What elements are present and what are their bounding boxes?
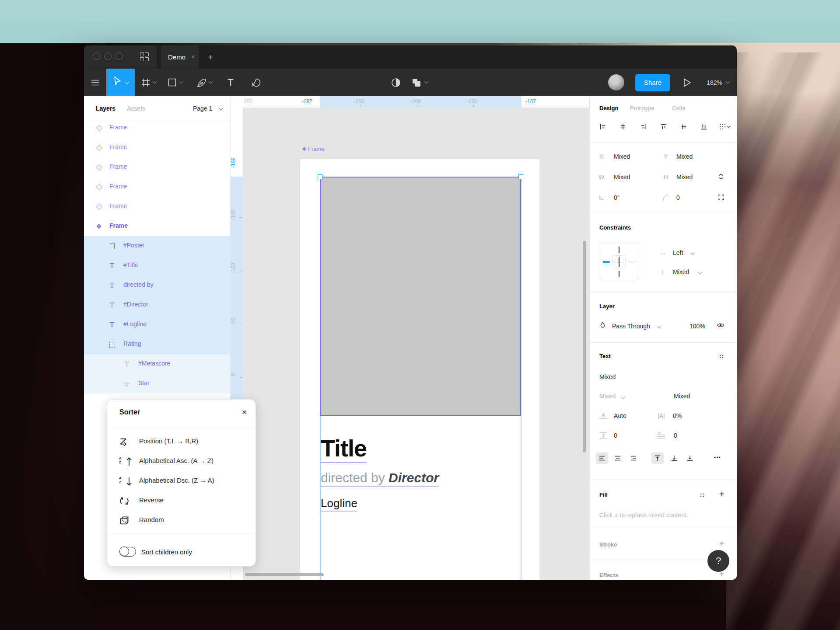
text-tool-button[interactable]: T (223, 69, 238, 96)
selection-handle-top-right[interactable] (518, 174, 523, 179)
font-style-chevron-icon[interactable] (621, 395, 626, 399)
move-tool-chevron-icon[interactable] (125, 80, 130, 84)
horizontal-constraint-value[interactable]: Left (673, 249, 683, 256)
paragraph-spacing-value[interactable]: 0 (614, 432, 617, 439)
new-tab-button[interactable]: + (208, 52, 213, 63)
layer-row-frame-4[interactable]: Frame (84, 177, 230, 197)
window-minimize-button[interactable] (104, 52, 112, 60)
tab-code[interactable]: Code (672, 105, 686, 111)
layer-row-star[interactable]: ☆ Star (84, 374, 230, 393)
layer-row-directed-by[interactable]: T directed by (84, 275, 230, 295)
visibility-eye-icon[interactable] (717, 322, 724, 328)
zoom-level-dropdown[interactable]: 182% (699, 69, 737, 96)
layer-row-poster[interactable]: #Poster (84, 236, 230, 256)
align-bottom-button[interactable] (698, 121, 710, 132)
y-value[interactable]: Mixed (676, 153, 693, 160)
move-tool-button[interactable] (106, 69, 135, 96)
community-grid-icon[interactable] (140, 52, 149, 62)
frame-tag[interactable]: ❖ Frame (302, 146, 325, 152)
tidy-up-button[interactable] (717, 121, 732, 132)
v-constraint-chevron-icon[interactable] (698, 270, 702, 275)
line-height-value[interactable]: Auto (614, 412, 626, 419)
text-align-center-button[interactable] (612, 452, 624, 464)
canvas-directed-text[interactable]: directed by Director (321, 470, 439, 485)
sorter-item-random[interactable]: Random (107, 511, 256, 530)
rotation-value[interactable]: 0° (614, 194, 620, 201)
present-button[interactable] (680, 69, 695, 96)
help-button[interactable]: ? (707, 550, 729, 572)
text-more-options-button[interactable]: ••• (714, 455, 721, 461)
page-selector[interactable]: Page 1 (193, 105, 212, 112)
selection-handle-top-left[interactable] (318, 174, 322, 179)
pen-tool-button[interactable] (194, 69, 214, 96)
text-valign-top-button[interactable] (651, 452, 664, 464)
blend-mode-value[interactable]: Pass Through (612, 323, 650, 330)
canvas-logline-text[interactable]: Logline (321, 497, 357, 510)
layer-row-metascore[interactable]: T #Metascore (84, 354, 230, 374)
boolean-groups-button[interactable] (411, 69, 428, 96)
close-icon[interactable]: × (242, 407, 247, 417)
boolean-chevron-icon[interactable] (424, 80, 429, 84)
constraints-left-active[interactable] (603, 261, 610, 263)
align-left-button[interactable] (597, 121, 609, 132)
align-vertical-center-button[interactable] (678, 121, 690, 132)
pen-tool-chevron-icon[interactable] (208, 80, 213, 84)
add-stroke-button[interactable]: + (719, 539, 724, 549)
window-zoom-button[interactable] (116, 52, 123, 60)
align-top-button[interactable] (658, 121, 669, 132)
page-chevron-icon[interactable] (219, 106, 224, 111)
avatar[interactable] (608, 74, 624, 90)
layer-row-frame-selected[interactable]: ❖ Frame (84, 216, 230, 236)
layer-row-frame-1[interactable]: Frame (84, 118, 230, 138)
h-value[interactable]: Mixed (676, 174, 693, 181)
contrast-view-button[interactable] (388, 69, 404, 96)
layer-row-logline[interactable]: T #Logline (84, 315, 230, 334)
constraints-widget[interactable] (600, 243, 638, 280)
text-valign-bottom-button[interactable] (684, 452, 696, 464)
corner-radius-value[interactable]: 0 (676, 194, 680, 201)
poster-rectangle[interactable] (320, 177, 521, 416)
font-size-value[interactable]: Mixed (674, 393, 690, 400)
text-align-right-button[interactable] (627, 452, 640, 464)
text-valign-middle-button[interactable] (668, 452, 680, 464)
layer-row-director[interactable]: T #Director (84, 295, 230, 315)
vertical-constraint-value[interactable]: Mixed (673, 268, 689, 275)
font-family-value[interactable]: Mixed (599, 373, 616, 380)
align-horizontal-center-button[interactable] (617, 121, 629, 132)
sorter-item-reverse[interactable]: Reverse (107, 491, 256, 511)
align-right-button[interactable] (638, 121, 649, 132)
x-value[interactable]: Mixed (614, 153, 630, 160)
vertical-scrollbar[interactable] (583, 241, 586, 452)
font-style-value[interactable]: Mixed (599, 393, 616, 400)
tab-assets[interactable]: Assets (127, 105, 145, 112)
independent-corners-button[interactable] (715, 191, 727, 203)
fill-styles-icon[interactable]: :: (700, 491, 705, 498)
window-close-button[interactable] (93, 52, 100, 60)
horizontal-scrollbar[interactable] (245, 573, 324, 576)
text-align-left-button[interactable] (596, 452, 608, 464)
add-fill-button[interactable]: + (719, 489, 724, 499)
text-style-picker-icon[interactable]: :: (719, 353, 724, 359)
letter-spacing-value[interactable]: 0% (673, 412, 682, 419)
layer-row-frame-3[interactable]: Frame (84, 157, 230, 177)
layer-row-frame-5[interactable]: Frame (84, 197, 230, 216)
tab-demo[interactable]: Demo × (161, 45, 199, 69)
shape-tool-chevron-icon[interactable] (178, 80, 183, 84)
canvas-title-text[interactable]: Title (321, 435, 367, 462)
shape-tool-button[interactable] (165, 69, 185, 96)
blend-chevron-icon[interactable] (657, 324, 662, 329)
layer-row-frame-2[interactable]: Frame (84, 138, 230, 157)
paragraph-indent-value[interactable]: 0 (674, 432, 677, 439)
share-button[interactable]: Share (635, 74, 670, 91)
w-value[interactable]: Mixed (614, 174, 630, 181)
comment-tool-button[interactable] (248, 69, 264, 96)
sorter-item-position[interactable]: Position (T,L → B,R) (107, 432, 256, 452)
tab-close-icon[interactable]: × (191, 53, 195, 60)
tab-design[interactable]: Design (599, 105, 618, 111)
sorter-item-alpha-desc[interactable]: AZ Alphabetical Dsc. (Z → A) (107, 471, 256, 491)
opacity-value[interactable]: 100% (690, 323, 705, 330)
sort-children-toggle[interactable] (119, 547, 136, 557)
constrain-proportions-button[interactable] (715, 171, 727, 182)
canvas[interactable]: ❖ Frame Title directed by Director Logli… (231, 96, 589, 580)
frame-tool-button[interactable] (139, 69, 158, 96)
